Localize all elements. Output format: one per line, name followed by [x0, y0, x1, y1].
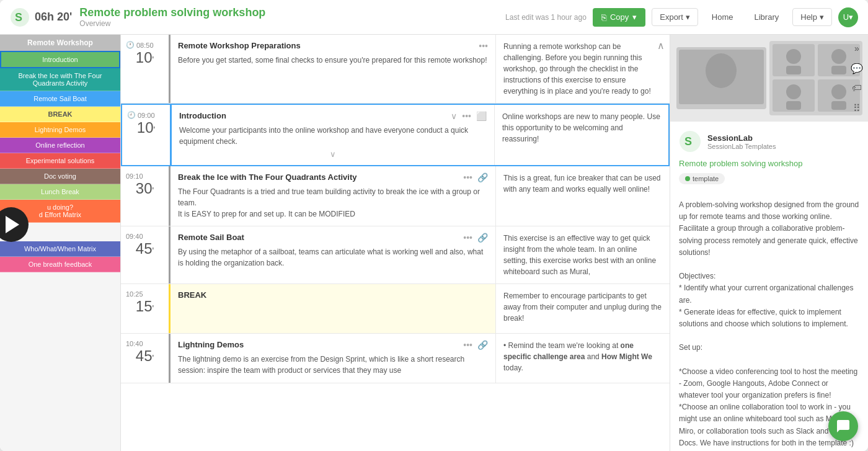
svg-rect-9 — [786, 66, 801, 74]
sessionlab-logo: S — [10, 7, 30, 27]
panel-author: S SessionLab SessionLab Templates — [679, 130, 859, 153]
expand-btn-introduction: ∨ — [179, 150, 487, 159]
panel-collapse-button[interactable]: » — [848, 40, 866, 57]
video-conference-image — [670, 35, 868, 122]
time-col-introduction: 🕘 09:00 10' — [122, 105, 172, 165]
export-label: Export — [660, 12, 683, 22]
svg-point-8 — [786, 49, 801, 64]
notes-col-four-quadrants: This is a great, fun ice breaker that ca… — [496, 166, 670, 226]
header-right: Last edit was 1 hour ago ⎘ Copy ▾ Export… — [505, 7, 858, 27]
notes-col-introduction: Online workshops are new to many people.… — [495, 105, 668, 165]
sidebar-item-sail-boat[interactable]: Remote Sail Boat — [0, 91, 120, 107]
play-button[interactable] — [0, 207, 29, 242]
export-dropdown-icon: ▾ — [686, 12, 690, 22]
main-content: Remote Workshop Introduction Break the I… — [0, 35, 868, 451]
activity-actions-introduction: ∨ ••• ⬜ — [451, 111, 487, 121]
expand-introduction[interactable]: ∨ — [451, 111, 457, 121]
logo-area: S 06h 20' — [10, 7, 72, 27]
more-options-preparations[interactable]: ••• — [479, 41, 488, 51]
svg-rect-11 — [831, 66, 846, 74]
avatar-button[interactable]: U ▾ — [838, 7, 858, 27]
page-title: Remote problem solving workshop — [79, 6, 498, 19]
play-icon — [6, 216, 19, 233]
panel-template-link[interactable]: Remote problem solving workshop — [679, 159, 859, 168]
copy-icon: ⎘ — [601, 12, 606, 22]
app-container: S 06h 20' Remote problem solving worksho… — [0, 0, 868, 451]
notes-col-sail-boat: This exercise is an effective way to get… — [496, 226, 670, 284]
panel-grid-icon[interactable]: ⠿ — [848, 99, 866, 117]
activity-title-break: BREAK — [178, 290, 488, 300]
panel-badge-dot — [685, 176, 690, 181]
home-button[interactable]: Home — [704, 9, 741, 25]
sidebar-item-experimental[interactable]: Experimental solutions — [0, 153, 120, 169]
sidebar-item-lightning-demos[interactable]: Lightning Demos — [0, 122, 120, 138]
more-options-introduction[interactable]: ••• — [462, 111, 471, 121]
schedule-row-preparations: 🕐 08:50 10' Remote Workshop Preparations… — [121, 35, 670, 104]
svg-rect-15 — [831, 101, 846, 110]
sidebar-item-lunch-break[interactable]: Lunch Break — [0, 184, 120, 200]
activity-actions-sail-boat: ••• 🔗 — [463, 233, 488, 243]
schedule-row-lightning: 10:40 45' Lightning Demos ••• 🔗 The li — [121, 334, 670, 383]
library-label: Library — [755, 12, 779, 22]
edit-introduction[interactable]: ⬜ — [476, 111, 487, 121]
sidebar-item-one-breath[interactable]: One breath feedback — [0, 257, 120, 272]
duration-break: 15 — [136, 298, 153, 315]
svg-point-10 — [831, 49, 846, 64]
panel-users-icon[interactable]: 👥 — [848, 119, 866, 122]
link-four-quadrants[interactable]: 🔗 — [477, 172, 488, 182]
notes-col-break: Remember to encourage participants to ge… — [496, 284, 670, 333]
time-start-lightning: 10:40 — [126, 340, 164, 347]
sidebar-item-online-reflection[interactable]: Online reflection — [0, 138, 120, 153]
sidebar-item-break[interactable]: BREAK — [0, 107, 120, 122]
sidebar-item-four-quadrants[interactable]: Break the Ice with The Four Quadrants Ac… — [0, 68, 120, 91]
avatar: U — [843, 12, 849, 22]
activity-actions-lightning: ••• 🔗 — [463, 340, 488, 350]
sidebar-item-effort-matrix[interactable]: u doing?d Effort Matrix — [0, 200, 120, 223]
chat-button[interactable] — [828, 411, 858, 441]
sidebar-item-doc-voting[interactable]: Doc voting — [0, 169, 120, 184]
schedule-row-break: 10:25 15' BREAK Remember to encourage pa… — [121, 284, 670, 334]
help-button[interactable]: Help ▾ — [792, 8, 832, 26]
time-start-preparations: 🕐 08:50 — [126, 41, 164, 49]
activity-title-introduction: Introduction — [179, 111, 226, 120]
duration-sail-boat: 45 — [136, 240, 153, 257]
time-start-sail-boat: 09:40 — [126, 233, 164, 240]
svg-text:S: S — [684, 135, 692, 148]
sidebar-header: Remote Workshop — [0, 35, 120, 51]
schedule-collapse-button[interactable]: ∧ — [657, 40, 665, 51]
activity-title-preparations: Remote Workshop Preparations — [178, 41, 301, 50]
time-col-sail-boat: 09:40 45' — [121, 226, 170, 284]
notes-col-lightning: • Remind the team we're looking at one s… — [496, 334, 670, 383]
panel-icons: » 💬 🏷 ⠿ 👥 ℹ — [846, 35, 868, 122]
schedule-area: ∧ 🕐 08:50 10' Remote Workshop Preparatio… — [121, 35, 670, 451]
schedule-row-sail-boat: 09:40 45' Remote Sail Boat ••• 🔗 By us — [121, 226, 670, 284]
duration-preparations: 10 — [136, 49, 153, 66]
more-options-sail-boat[interactable]: ••• — [463, 233, 472, 243]
library-button[interactable]: Library — [747, 9, 787, 25]
activity-actions-four-quadrants: ••• 🔗 — [463, 172, 488, 182]
more-options-four-quadrants[interactable]: ••• — [463, 172, 472, 182]
time-col-lightning: 10:40 45' — [121, 334, 170, 383]
title-area: Remote problem solving workshop Overview — [79, 6, 498, 28]
panel-comment-icon[interactable]: 💬 — [848, 60, 866, 77]
expand-icon-introduction[interactable]: ∨ — [330, 150, 336, 159]
panel-description: A problem-solving workshop designed from… — [679, 199, 859, 451]
link-lightning[interactable]: 🔗 — [477, 340, 488, 350]
panel-badge-label: template — [693, 175, 719, 182]
time-col-preparations: 🕐 08:50 10' — [121, 35, 170, 103]
panel-tag-icon[interactable]: 🏷 — [848, 79, 866, 97]
activity-desc-lightning: The lightning demo is an exercise from t… — [178, 354, 488, 376]
link-sail-boat[interactable]: 🔗 — [477, 233, 488, 243]
export-button[interactable]: Export ▾ — [652, 8, 698, 26]
sidebar-item-who-what-when[interactable]: Who/What/When Matrix — [0, 241, 120, 257]
svg-point-12 — [786, 84, 801, 99]
panel-image: » 💬 🏷 ⠿ 👥 ℹ — [670, 35, 868, 122]
sidebar-item-introduction[interactable]: Introduction — [0, 51, 120, 68]
panel-content: S SessionLab SessionLab Templates Remote… — [670, 122, 868, 451]
timer-display: 06h 20' — [35, 11, 72, 24]
help-label: Help — [800, 12, 817, 22]
copy-button[interactable]: ⎘ Copy ▾ — [593, 8, 645, 27]
time-start-introduction: 🕘 09:00 — [127, 111, 165, 119]
breadcrumb: Overview — [79, 19, 498, 28]
more-options-lightning[interactable]: ••• — [463, 340, 472, 350]
